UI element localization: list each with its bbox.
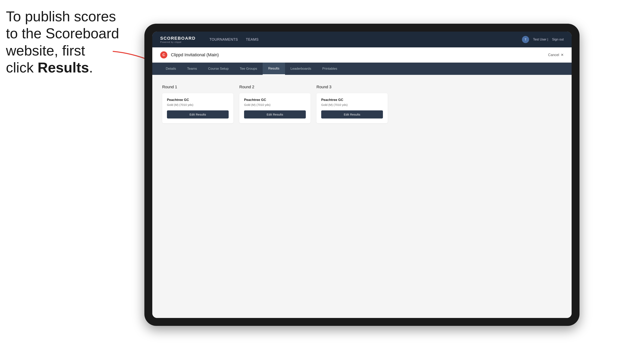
round-2-title: Round 2 <box>239 85 310 89</box>
clippd-icon: C <box>160 51 167 58</box>
nav-tournaments[interactable]: TOURNAMENTS <box>210 37 238 42</box>
edit-results-round-1[interactable]: Edit Results <box>167 110 229 119</box>
tablet-device: SCOREBOARD Powered by clippd TOURNAMENTS… <box>144 24 580 326</box>
logo-area: SCOREBOARD Powered by clippd <box>160 36 196 43</box>
tab-teams[interactable]: Teams <box>182 63 202 75</box>
close-icon: ✕ <box>561 53 564 57</box>
tab-course-setup[interactable]: Course Setup <box>202 63 234 75</box>
logo-text: SCOREBOARD <box>160 36 196 41</box>
nav-links: TOURNAMENTS TEAMS <box>210 37 512 42</box>
tournament-name: Clippd Invitational (Main) <box>171 52 219 57</box>
round-3-column: Round 3 Peachtree GC Gold (M) (7010 yds)… <box>316 85 388 123</box>
round-1-column: Round 1 Peachtree GC Gold (M) (7010 yds)… <box>162 85 234 123</box>
edit-results-round-3[interactable]: Edit Results <box>321 110 383 119</box>
round-2-course: Peachtree GC <box>244 98 306 102</box>
cancel-button[interactable]: Cancel ✕ <box>548 53 564 57</box>
tab-results[interactable]: Results <box>263 63 285 75</box>
logo-subtitle: Powered by clippd <box>160 41 181 43</box>
tab-bar: Details Teams Course Setup Tee Groups Re… <box>152 63 572 75</box>
top-navigation: SCOREBOARD Powered by clippd TOURNAMENTS… <box>152 32 572 47</box>
user-label: Test User | <box>533 38 548 41</box>
round-3-course: Peachtree GC <box>321 98 383 102</box>
tournament-header: C Clippd Invitational (Main) Cancel ✕ <box>152 47 572 63</box>
main-content: Round 1 Peachtree GC Gold (M) (7010 yds)… <box>152 75 572 318</box>
round-1-details: Gold (M) (7010 yds) <box>167 103 229 106</box>
tab-details[interactable]: Details <box>160 63 182 75</box>
tab-leaderboards[interactable]: Leaderboards <box>285 63 317 75</box>
nav-teams[interactable]: TEAMS <box>246 37 259 42</box>
round-1-title: Round 1 <box>162 85 234 89</box>
round-2-details: Gold (M) (7010 yds) <box>244 103 306 106</box>
round-3-details: Gold (M) (7010 yds) <box>321 103 383 106</box>
round-1-course: Peachtree GC <box>167 98 229 102</box>
tab-tee-groups[interactable]: Tee Groups <box>234 63 263 75</box>
user-avatar: T <box>522 36 529 43</box>
edit-results-round-2[interactable]: Edit Results <box>244 110 306 119</box>
tab-printables[interactable]: Printables <box>317 63 343 75</box>
tournament-title-row: C Clippd Invitational (Main) <box>160 51 219 58</box>
round-3-title: Round 3 <box>316 85 388 89</box>
nav-right: T Test User | Sign out <box>522 36 564 43</box>
sign-out-link[interactable]: Sign out <box>552 38 564 41</box>
round-2-card: Peachtree GC Gold (M) (7010 yds) Edit Re… <box>239 93 310 123</box>
round-3-card: Peachtree GC Gold (M) (7010 yds) Edit Re… <box>316 93 388 123</box>
rounds-grid: Round 1 Peachtree GC Gold (M) (7010 yds)… <box>162 85 562 123</box>
round-1-card: Peachtree GC Gold (M) (7010 yds) Edit Re… <box>162 93 234 123</box>
round-2-column: Round 2 Peachtree GC Gold (M) (7010 yds)… <box>239 85 310 123</box>
tablet-screen: SCOREBOARD Powered by clippd TOURNAMENTS… <box>152 32 572 318</box>
instruction-left: To publish scores to the Scoreboard webs… <box>6 8 121 76</box>
